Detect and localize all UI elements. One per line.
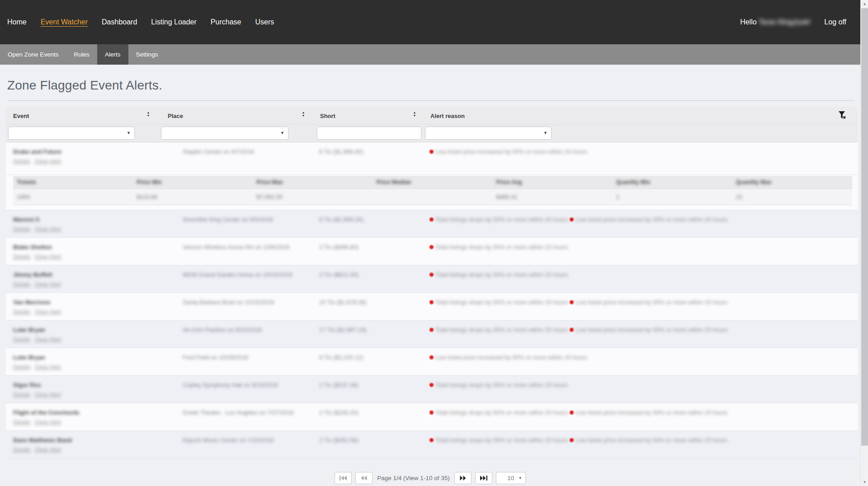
subtable-column-header: Price Max: [253, 176, 373, 189]
column-header-place[interactable]: Place: [168, 113, 183, 119]
place-filter-select[interactable]: ▼: [161, 127, 288, 140]
logoff-link[interactable]: Log off: [824, 18, 846, 26]
clear-alert-link[interactable]: Clear Alert: [35, 364, 61, 370]
clear-alert-link[interactable]: Clear Alert: [35, 447, 61, 453]
details-link[interactable]: Details: [13, 419, 30, 425]
first-page-button[interactable]: [335, 472, 352, 484]
alert-reason: Total listings drops by 50% or more with…: [429, 244, 568, 250]
nav-item-event-watcher[interactable]: Event Watcher: [41, 18, 88, 26]
table-row: Drake and Future Details Clear Alert Sta…: [6, 142, 858, 175]
details-link[interactable]: Details: [13, 281, 30, 288]
subtable-value: $113.66: [133, 189, 253, 205]
filter-icon[interactable]: [838, 111, 847, 121]
details-link[interactable]: Details: [13, 364, 30, 370]
column-header-event[interactable]: Event: [13, 113, 29, 119]
alert-dot-icon: [570, 411, 574, 415]
clear-alert-link[interactable]: Clear Alert: [35, 309, 61, 315]
previous-page-button[interactable]: [355, 472, 373, 484]
event-short: 6 Tix ($2,999.25): [319, 210, 429, 237]
clear-alert-link[interactable]: Clear Alert: [35, 419, 61, 425]
pagination-bar: Page 1/4 (View 1-10 of 35) 10 ▼: [0, 472, 860, 484]
clear-alert-link[interactable]: Clear Alert: [35, 392, 61, 398]
table-body: Drake and Future Details Clear Alert Sta…: [6, 142, 858, 458]
alert-reasons: Total listings drops by 50% or more with…: [429, 238, 858, 265]
scrollbar-thumb[interactable]: [861, 8, 868, 446]
clear-alert-link[interactable]: Clear Alert: [35, 281, 61, 288]
event-place: Copley Symphony Hall on 9/23/2016: [183, 376, 319, 403]
scroll-down-arrow-icon[interactable]: ▼: [861, 478, 868, 486]
column-header-short[interactable]: Short: [320, 113, 335, 119]
grid-header-row: Event ▲▼ Place ▲▼ Short ▲▼ Alert reason: [6, 107, 858, 125]
details-link[interactable]: Details: [13, 254, 30, 260]
alert-dot-icon: [429, 217, 434, 222]
sort-icon-short[interactable]: ▲▼: [412, 111, 417, 117]
alert-reason: Total listings drops by 50% or more with…: [429, 382, 568, 388]
alert-reason: Low ticket price increased by 50% or mor…: [570, 409, 727, 416]
subtable-value: $485.41: [493, 189, 613, 205]
page-size-select[interactable]: 10 ▼: [496, 472, 526, 484]
event-short: 2 Tix ($292.56): [319, 431, 429, 458]
nav-item-listing-loader[interactable]: Listing Loader: [151, 18, 197, 26]
next-page-button[interactable]: [454, 472, 472, 484]
vertical-scrollbar[interactable]: ▲ ▼: [860, 0, 868, 486]
event-short: 3 Tix ($621.00): [319, 265, 429, 293]
chevron-down-icon: ▼: [519, 476, 522, 480]
tab-open-zone-events[interactable]: Open Zone Events: [0, 44, 66, 65]
page-size-value: 10: [507, 475, 514, 481]
alert-dot-icon: [570, 217, 574, 222]
table-row: Sigur Ros Details Clear Alert Copley Sym…: [6, 376, 858, 403]
event-place: Ak-Chin Pavilion on 9/22/2016: [183, 321, 319, 348]
event-short: 10 Tix ($1,678.08): [319, 293, 429, 320]
tab-alerts[interactable]: Alerts: [97, 44, 128, 65]
sort-icon-place[interactable]: ▲▼: [301, 111, 306, 117]
details-link[interactable]: Details: [13, 158, 30, 165]
alert-dot-icon: [429, 245, 434, 249]
event-name: Sigur Ros: [13, 382, 183, 388]
clear-alert-link[interactable]: Clear Alert: [35, 226, 61, 232]
alert-reasons: Low ticket price increased by 50% or mor…: [429, 142, 858, 175]
clear-alert-link[interactable]: Clear Alert: [35, 336, 61, 343]
tab-settings[interactable]: Settings: [128, 44, 166, 65]
short-filter-input[interactable]: [317, 127, 421, 140]
sort-icon-event[interactable]: ▲▼: [146, 111, 151, 117]
tab-rules[interactable]: Rules: [66, 44, 98, 65]
table-row: Dave Matthews Band Details Clear Alert K…: [6, 431, 858, 458]
last-page-button[interactable]: [475, 472, 492, 484]
event-name: Drake and Future: [13, 148, 183, 155]
details-link[interactable]: Details: [13, 226, 30, 232]
nav-item-users[interactable]: Users: [255, 18, 274, 26]
details-link[interactable]: Details: [13, 392, 30, 398]
event-place: Ford Field on 10/29/2016: [183, 348, 319, 375]
clear-alert-link[interactable]: Clear Alert: [35, 254, 61, 260]
subtable-column-header: Price Median: [373, 176, 492, 189]
subtable-value: 22: [732, 189, 852, 205]
alert-reasons: Total listings drops by 50% or more with…: [429, 210, 858, 237]
event-name: Luke Bryan: [13, 326, 183, 333]
nav-item-home[interactable]: Home: [7, 18, 27, 26]
event-place: Santa Barbara Bowl on 10/15/2016: [183, 293, 319, 320]
details-link[interactable]: Details: [13, 309, 30, 315]
alert-reason: Total listings drops by 50% or more with…: [429, 409, 568, 416]
nav-item-dashboard[interactable]: Dashboard: [102, 18, 137, 26]
subtable-column-header: Quantity Min: [613, 176, 732, 189]
details-link[interactable]: Details: [13, 336, 30, 343]
clear-alert-link[interactable]: Clear Alert: [35, 158, 61, 165]
table-row: Van Morrison Details Clear Alert Santa B…: [6, 293, 858, 321]
scroll-up-arrow-icon[interactable]: ▲: [861, 0, 868, 8]
event-name: Jimmy Buffett: [13, 271, 183, 278]
alert-reason: Total listings drops by 50% or more with…: [429, 216, 568, 223]
table-row: Luke Bryan Details Clear Alert Ford Fiel…: [6, 348, 858, 376]
alert-reasons: Total listings drops by 50% or more with…: [429, 403, 858, 430]
event-name: Blake Shelton: [13, 244, 183, 250]
event-filter-select[interactable]: ▼: [8, 127, 135, 140]
chevron-down-icon: ▼: [280, 131, 284, 135]
event-short: 2 Tix ($193.20): [319, 403, 429, 430]
alerts-grid: Event ▲▼ Place ▲▼ Short ▲▼ Alert reason …: [6, 107, 858, 458]
alert-reasons: Total listings drops by 50% or more with…: [429, 265, 858, 293]
alert-dot-icon: [429, 411, 434, 415]
nav-item-purchase[interactable]: Purchase: [211, 18, 241, 26]
alert-reason-filter-select[interactable]: ▼: [425, 127, 552, 140]
subtable-column-header: Quantity Max: [732, 176, 852, 189]
chevron-down-icon: ▼: [127, 131, 131, 135]
details-link[interactable]: Details: [13, 447, 30, 453]
